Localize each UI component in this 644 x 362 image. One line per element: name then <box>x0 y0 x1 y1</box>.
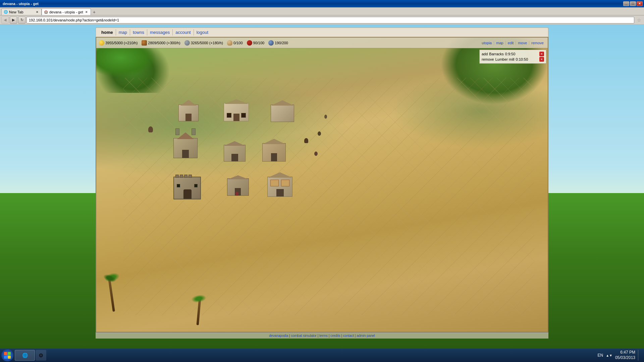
start-button[interactable] <box>1 349 13 361</box>
game-scene[interactable] <box>96 38 548 332</box>
queue-item-2: remove Lumber mill 0:10:50 ✕ <box>482 57 544 62</box>
title-bar-buttons: _ □ ✕ <box>623 1 643 6</box>
game-top-right-menu: utopia map edit move remove <box>480 38 548 48</box>
taskbar-icon-1[interactable]: ⚙ <box>36 350 46 361</box>
svg-rect-3 <box>8 356 11 359</box>
footer-contact[interactable]: contact <box>343 334 354 338</box>
reload-button[interactable]: ↻ <box>18 16 25 24</box>
nav-home[interactable]: home <box>99 29 116 36</box>
bookmark-button[interactable]: ☆ <box>635 16 643 24</box>
svg-rect-1 <box>8 352 11 355</box>
minimize-button[interactable]: _ <box>623 1 629 6</box>
food-value: 90/100 <box>253 41 265 45</box>
food-icon <box>247 40 252 46</box>
building-7[interactable] <box>173 177 204 205</box>
title-bar-title: devana - utopia - get <box>1 2 623 6</box>
footer-devanapodia[interactable]: devanapodia <box>269 334 288 338</box>
chrome-icon: 🌐 <box>22 353 28 358</box>
back-button[interactable]: ◀ <box>1 16 9 24</box>
queue-item2-time: 0:10:50 <box>516 57 528 61</box>
taskbar: 🌐 ⚙ EN ▲▼ 6:47 PM 05/03/2013 <box>0 349 644 362</box>
resource-food: 90/100 <box>247 40 265 46</box>
nav-menu: home map towns messages account logout <box>96 27 548 37</box>
nav-map[interactable]: map <box>116 29 130 36</box>
svg-rect-2 <box>4 356 7 359</box>
queue-item2-action: remove <box>482 57 494 61</box>
queue-item1-time: 0:9:50 <box>505 52 516 56</box>
building-3[interactable] <box>271 105 296 128</box>
tab-bar: 🌐 New Tab ✕ 🏰 devana - utopia - get ✕ + <box>0 7 644 15</box>
queue-item1-close[interactable]: ✕ <box>539 52 544 56</box>
show-desktop-button[interactable] <box>638 350 640 361</box>
game-view: 3955/5000 (+210/h) 2809/5000 (+300/h) 32… <box>96 37 548 333</box>
taskbar-right: EN ▲▼ 6:47 PM 05/03/2013 <box>597 350 643 361</box>
tab-newtab-label: New Tab <box>9 10 23 14</box>
building-5[interactable] <box>224 145 247 167</box>
svg-rect-0 <box>4 352 7 355</box>
footer-credits[interactable]: credits <box>330 334 340 338</box>
game-link-edit[interactable]: edit <box>506 41 516 45</box>
address-input[interactable] <box>26 17 634 23</box>
resource-wood: 2809/5000 (+300/h) <box>142 40 180 46</box>
unit-4 <box>318 131 321 136</box>
building-6[interactable] <box>262 143 287 167</box>
tab-newtab-close[interactable]: ✕ <box>35 10 39 14</box>
windows-icon <box>4 352 11 359</box>
pop-icon <box>227 40 232 46</box>
queue-item2-building: Lumber mill <box>495 57 515 61</box>
taskbar-arrows: ▲▼ <box>606 354 612 357</box>
building-2[interactable] <box>224 103 251 128</box>
unit-5 <box>324 115 327 119</box>
address-bar-row: ◀ ▶ ↻ ☆ <box>0 15 644 25</box>
queue-item1-building: Barracks <box>489 52 503 56</box>
nav-messages[interactable]: messages <box>147 29 173 36</box>
unit-1 <box>148 126 153 132</box>
taskbar-time[interactable]: 6:47 PM 05/03/2013 <box>615 350 635 360</box>
resource-gold: 3955/5000 (+210/h) <box>99 40 138 46</box>
queue-item1-action: add <box>482 52 488 56</box>
maximize-button[interactable]: □ <box>630 1 636 6</box>
tab-newtab[interactable]: 🌐 New Tab ✕ <box>1 8 42 15</box>
building-9[interactable] <box>267 177 294 202</box>
tab-game[interactable]: 🏰 devana - utopia - get ✕ <box>42 8 91 15</box>
game-link-remove[interactable]: remove <box>529 41 546 45</box>
browser-window: devana - utopia - get _ □ ✕ 🌐 New Tab ✕ … <box>0 0 644 349</box>
queue-item-1: add Barracks 0:9:50 ✕ <box>482 51 544 57</box>
nav-account[interactable]: account <box>173 29 194 36</box>
building-4[interactable] <box>173 138 200 165</box>
title-bar: devana - utopia - get _ □ ✕ <box>0 0 644 7</box>
page-footer: devanapodia | combat simulator | terms |… <box>96 333 548 339</box>
queue-popup: add Barracks 0:9:50 ✕ remove Lumber mill… <box>479 50 546 64</box>
page-content: home map towns messages account logout <box>0 25 644 349</box>
game-link-move[interactable]: move <box>516 41 529 45</box>
gold-value: 3955/5000 (+210/h) <box>105 41 138 45</box>
footer-combat[interactable]: combat simulator <box>291 334 317 338</box>
magic-value: 190/200 <box>275 41 288 45</box>
stone-icon <box>184 40 190 46</box>
forward-button[interactable]: ▶ <box>10 16 17 24</box>
magic-icon <box>268 40 274 46</box>
palm-tree-left <box>103 265 120 312</box>
building-1[interactable] <box>177 105 200 128</box>
resource-magic: 190/200 <box>268 40 288 46</box>
game-link-map[interactable]: map <box>494 41 505 45</box>
building-8[interactable] <box>227 178 251 201</box>
unit-red <box>235 192 238 196</box>
queue-item2-close[interactable]: ✕ <box>539 57 544 62</box>
new-tab-button[interactable]: + <box>91 9 98 15</box>
unit-2 <box>304 138 308 143</box>
game-link-utopia[interactable]: utopia <box>480 41 494 45</box>
stone-value: 3265/5000 (+180/h) <box>191 41 223 45</box>
game-container: home map towns messages account logout <box>96 27 548 339</box>
nav-logout[interactable]: logout <box>194 29 211 36</box>
tab-game-close[interactable]: ✕ <box>85 10 89 14</box>
taskbar-language[interactable]: EN <box>597 353 603 358</box>
footer-admin[interactable]: admin panel <box>357 334 375 338</box>
taskbar-time-value: 6:47 PM <box>615 350 635 355</box>
nav-towns[interactable]: towns <box>130 29 147 36</box>
close-button[interactable]: ✕ <box>637 1 643 6</box>
taskbar-browser-button[interactable]: 🌐 <box>15 350 35 361</box>
footer-terms[interactable]: terms <box>319 334 328 338</box>
unit-3 <box>314 152 318 156</box>
taskbar-icon-1-glyph: ⚙ <box>39 352 43 359</box>
